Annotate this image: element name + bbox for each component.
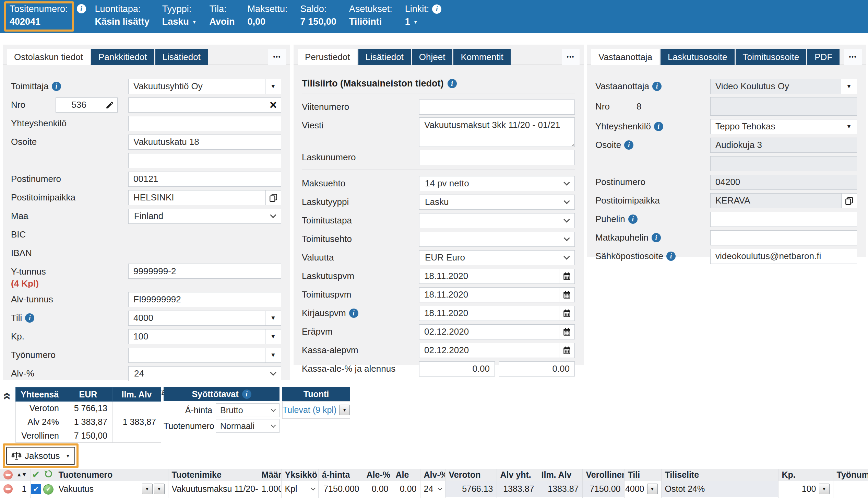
invoice-number-input[interactable] (419, 150, 575, 165)
recipient-postal-code-input[interactable] (710, 175, 857, 190)
calendar-button[interactable] (559, 269, 575, 284)
business-id-input[interactable] (128, 264, 281, 279)
line-tuotenimike-cell[interactable]: Vakuutusmaksu 11/20-0 (168, 481, 258, 497)
incoming-dropdown-button[interactable]: ▼ (339, 405, 350, 415)
panel-menu-button[interactable]: ••• (844, 49, 862, 65)
postal-code-input[interactable] (128, 172, 281, 187)
toimittaja-dropdown-button[interactable]: ▼ (265, 79, 281, 94)
tab-kommentit[interactable]: Kommentit (453, 49, 510, 65)
country-select[interactable]: Finland (128, 209, 281, 224)
tab-lisatiedot[interactable]: Lisätiedot (155, 49, 208, 65)
info-icon[interactable]: i (432, 4, 441, 14)
info-icon[interactable]: i (628, 215, 638, 224)
info-icon[interactable]: i (242, 390, 251, 399)
recipient-address2-input[interactable] (710, 156, 857, 171)
recipient-dropdown-button[interactable]: ▼ (841, 79, 857, 94)
address-input[interactable] (128, 135, 281, 150)
delivery-term-select[interactable] (419, 232, 575, 247)
product-dropdown-button[interactable]: ▼ (142, 484, 153, 494)
calendar-button[interactable] (559, 324, 575, 339)
tyyppi-dropdown[interactable]: Lasku▼ (162, 16, 197, 27)
status-ok-icon[interactable]: ✔ (43, 484, 53, 495)
line-tyonumero-cell[interactable] (833, 481, 868, 497)
panel-menu-button[interactable]: ••• (268, 49, 286, 65)
asetukset-value[interactable]: Tiliöinti (349, 16, 392, 27)
check-icon[interactable]: ✔ (32, 469, 40, 480)
calendar-button[interactable] (559, 343, 575, 358)
account-dropdown-button[interactable]: ▼ (265, 311, 281, 326)
tab-ohjeet[interactable]: Ohjeet (412, 49, 453, 65)
line-kp-cell[interactable]: 100▼ (778, 481, 833, 497)
linkit-dropdown[interactable]: 1▼ (405, 16, 442, 27)
line-yksikko-cell[interactable]: Kpl (281, 481, 318, 497)
row-checkbox[interactable]: ✔ (31, 484, 41, 494)
info-icon[interactable]: i (52, 82, 61, 91)
delivery-method-select[interactable] (419, 213, 575, 228)
product-number-mode-select[interactable]: Normaali (216, 419, 280, 433)
line-a-hinta-cell[interactable]: 7150.000 (318, 481, 363, 497)
vat-id-input[interactable] (128, 292, 281, 307)
tab-lisatiedot-mid[interactable]: Lisätiedot (358, 49, 411, 65)
tab-vastaanottaja[interactable]: Vastaanottaja (591, 49, 659, 65)
tab-laskutusosoite[interactable]: Laskutusosoite (661, 49, 734, 65)
work-number-combobox[interactable]: ▼ (128, 348, 281, 363)
cash-discount-date-input[interactable] (419, 343, 559, 358)
contact-combobox[interactable]: Teppo Tehokas▼ (710, 119, 857, 134)
line-tili-cell[interactable]: 4000▼ (624, 481, 661, 497)
reference-number-input[interactable] (419, 100, 575, 115)
edit-pencil-button[interactable] (102, 97, 118, 113)
contact-dropdown-button[interactable]: ▼ (841, 119, 857, 134)
toimittaja-combobox[interactable]: Vakuutusyhtiö Oy▼ (128, 79, 281, 94)
copy-button[interactable] (841, 193, 857, 208)
info-icon[interactable]: i (666, 252, 676, 261)
info-icon[interactable]: i (654, 122, 663, 131)
line-ale-pct-cell[interactable]: 0.00 (363, 481, 392, 497)
work-number-dropdown-button[interactable]: ▼ (265, 348, 281, 363)
address2-input[interactable] (128, 153, 281, 168)
calendar-button[interactable] (559, 306, 575, 321)
remove-all-icon[interactable] (3, 470, 13, 479)
account-value[interactable]: 4000 (128, 311, 265, 326)
jaksotus-button[interactable]: Jaksotus ▼ (6, 447, 75, 465)
line-maara-cell[interactable]: 1.000 (258, 481, 281, 497)
mobile-input[interactable] (710, 230, 857, 245)
copy-button[interactable] (265, 190, 281, 205)
sort-arrows-icon[interactable]: ▲▼ (16, 472, 27, 478)
incoming-link[interactable]: Tulevat (9 kpl) (283, 405, 336, 415)
due-date-input[interactable] (419, 324, 559, 339)
info-icon[interactable]: i (652, 82, 662, 91)
tab-pankkitiedot[interactable]: Pankkitiedot (91, 49, 154, 65)
product-dropdown-button[interactable]: ▼ (154, 484, 165, 494)
delivery-date-input[interactable] (419, 287, 559, 302)
recipient-combobox[interactable]: Video Koulutus Oy▼ (710, 79, 857, 94)
info-icon[interactable]: i (448, 79, 457, 88)
tab-pdf[interactable]: PDF (807, 49, 840, 65)
calendar-button[interactable] (559, 287, 575, 302)
line-alv-pct-cell[interactable]: 24 (420, 481, 445, 497)
recipient-value[interactable]: Video Koulutus Oy (710, 79, 841, 94)
panel-menu-button[interactable]: ••• (562, 49, 580, 65)
supplier-number-input[interactable] (56, 97, 102, 113)
recipient-address-input[interactable] (710, 138, 857, 153)
info-icon[interactable]: i (652, 233, 661, 242)
account-combobox[interactable]: 4000▼ (128, 311, 281, 326)
tab-ostolaskun-tiedot[interactable]: Ostolaskun tiedot (7, 49, 90, 65)
info-icon[interactable]: i (77, 4, 86, 13)
recipient-city-input[interactable] (710, 193, 842, 208)
collapse-chevrons-icon[interactable]: « (1, 392, 15, 400)
cash-discount-amount-input[interactable] (499, 361, 575, 377)
posting-date-input[interactable] (419, 306, 559, 321)
price-mode-select[interactable]: Brutto (216, 403, 280, 417)
account-dropdown-button[interactable]: ▼ (647, 484, 658, 494)
invoice-date-input[interactable] (419, 269, 559, 284)
tab-perustiedot[interactable]: Perustiedot (298, 49, 357, 65)
cost-center-dropdown-button[interactable]: ▼ (265, 329, 281, 344)
tab-toimitusosoite[interactable]: Toimitusosoite (736, 49, 807, 65)
contact-person-input[interactable] (128, 116, 281, 131)
contact-value[interactable]: Teppo Tehokas (710, 119, 841, 134)
clear-icon[interactable]: × (270, 99, 277, 111)
info-icon[interactable]: i (349, 309, 358, 318)
cost-center-combobox[interactable]: 100▼ (128, 329, 281, 344)
work-number-value[interactable] (128, 348, 265, 363)
info-icon[interactable]: i (624, 140, 633, 150)
